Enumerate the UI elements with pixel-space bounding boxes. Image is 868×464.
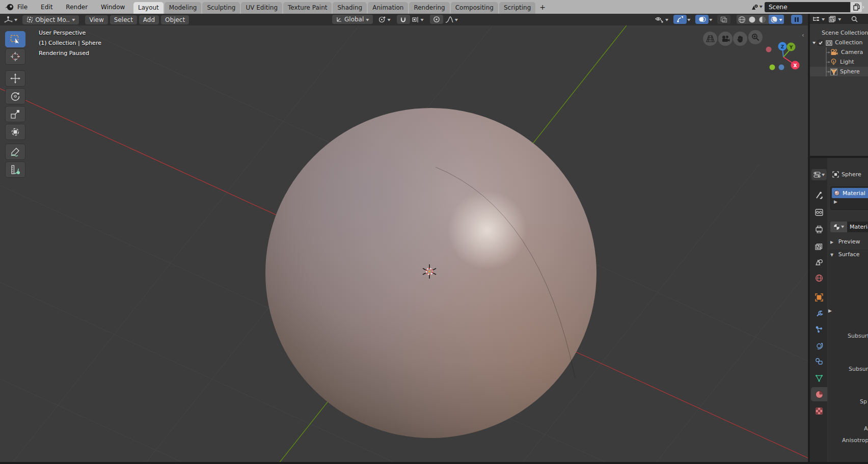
transform-icon [10,127,20,137]
axis-y-neg-ball[interactable] [770,65,775,70]
proportional-falloff-dropdown[interactable]: ▼ [445,16,458,23]
tab-layout[interactable]: Layout [133,2,164,14]
tool-cursor[interactable] [5,48,25,65]
tab-particles[interactable] [811,322,827,337]
tab-view-layer[interactable] [811,239,827,253]
expanded-arrow-icon: ▼ [830,253,833,257]
menu-file[interactable]: File [17,4,28,11]
slot-expand-arrow[interactable]: ▶ [834,199,837,204]
unlink-scene-button[interactable]: › [862,2,868,12]
scene-datablock-icon[interactable]: ▼ [748,2,765,12]
object-visibility-dropdown[interactable]: ▼ [655,16,668,23]
menu-render[interactable]: Render [66,4,88,11]
tool-measure[interactable] [5,161,25,178]
axis-gizmo[interactable]: Z Y X [763,35,806,75]
toggle-perspective-button[interactable] [703,32,717,46]
pan-view-button[interactable] [733,32,747,46]
socket-expand-arrow[interactable]: ▶ [828,308,832,313]
tab-object[interactable] [811,290,827,305]
pause-render-button[interactable] [791,15,802,24]
menu-edit[interactable]: Edit [41,4,52,11]
material-name-field[interactable]: Material [847,222,868,232]
outliner-row-camera[interactable]: Camera [810,47,868,57]
object-menu[interactable]: Object [161,15,189,24]
browse-material-button[interactable]: ▼ [830,222,847,232]
show-gizmo-toggle[interactable] [673,15,687,24]
pivot-point-dropdown[interactable]: ▼ [378,16,390,23]
viewport-3d[interactable]: User Perspective (1) Collection | Sphere… [0,25,809,464]
checkbox-checked-icon[interactable] [818,40,824,46]
perspective-grid-icon [706,35,715,43]
tab-constraints[interactable] [811,354,827,369]
tool-rotate[interactable] [5,88,25,104]
xray-toggle[interactable] [717,15,730,24]
axis-x-neg-ball[interactable] [766,47,772,52]
scale-icon [10,109,20,119]
surface-label-subsurface-2: Subsur [849,366,868,372]
properties-editor-type-button[interactable]: ▼ [811,169,827,180]
select-menu[interactable]: Select [110,15,137,24]
tab-physics[interactable] [811,339,827,353]
tab-modifiers[interactable] [811,307,827,321]
outliner-row-light[interactable]: Light [810,57,868,67]
shading-material-button[interactable] [758,16,766,23]
overlays-dropdown[interactable]: ▼ [709,17,712,21]
tab-uv-editing[interactable]: UV Editing [241,2,282,14]
blender-logo-icon[interactable] [5,3,14,11]
axis-z-neg-ball[interactable] [779,65,784,70]
tab-compositing[interactable]: Compositing [451,2,498,14]
new-scene-button[interactable] [850,2,862,12]
camera-view-button[interactable] [718,32,733,46]
outliner-row-scene-collection[interactable]: Scene Collection [810,28,868,38]
tab-world[interactable] [811,271,827,285]
tool-move[interactable] [5,70,25,87]
shading-rendered-button[interactable]: ▼ [769,15,783,24]
zoom-view-button[interactable] [748,30,763,44]
editor-type-button[interactable]: ▼ [4,16,17,23]
outliner-row-sphere[interactable]: Sphere [810,67,868,76]
tab-render[interactable] [811,205,827,220]
collapse-region-arrow[interactable]: ‹ [802,32,804,39]
mode-dropdown[interactable]: Object Mo.. ▼ [22,15,79,24]
tab-modeling[interactable]: Modeling [165,2,202,14]
snap-target-dropdown[interactable]: ▼ [412,16,424,23]
panel-preview-header[interactable]: ▶ Preview [830,238,860,245]
tool-transform[interactable] [5,124,25,140]
transform-orientation-dropdown[interactable]: Global ▼ [332,15,373,24]
tab-shading[interactable]: Shading [333,2,367,14]
tab-sculpting[interactable]: Sculpting [202,2,240,14]
material-slot-selected[interactable]: Material [832,188,868,198]
scene-name-field[interactable]: Scene [765,2,850,12]
tool-select-box[interactable] [5,31,25,47]
expand-arrow-icon[interactable]: ▼ [812,41,816,44]
tab-material[interactable] [811,387,827,401]
outliner-display-mode-dropdown[interactable]: ▼ [829,15,841,22]
outliner-search-icon[interactable] [851,16,858,22]
tab-tool[interactable] [811,188,827,203]
panel-surface-header[interactable]: ▼ Surface [830,251,860,258]
tab-rendering[interactable]: Rendering [409,2,449,14]
tab-animation[interactable]: Animation [368,2,408,14]
tab-object-data[interactable] [811,371,827,385]
shading-solid-button[interactable] [748,16,756,23]
tab-scripting[interactable]: Scripting [499,2,535,14]
view-menu[interactable]: View [85,15,107,24]
shading-wireframe-button[interactable] [738,16,746,23]
proportional-editing-toggle[interactable] [430,15,443,24]
render-tab-icon [815,209,823,216]
menu-window[interactable]: Window [101,4,125,11]
show-overlays-toggle[interactable] [695,15,709,24]
gizmo-dropdown[interactable]: ▼ [687,17,690,21]
tab-texture[interactable] [811,404,827,418]
add-menu[interactable]: Add [139,15,159,24]
tab-texture-paint[interactable]: Texture Paint [283,2,332,14]
tool-scale[interactable] [5,106,25,122]
outliner-filter-dropdown[interactable]: ▼ [812,16,825,22]
outliner-row-collection[interactable]: ▼ Collection [810,38,868,47]
tab-scene[interactable] [811,255,827,269]
snap-toggle[interactable] [397,15,410,24]
breadcrumb-object-name[interactable]: Sphere [842,171,861,178]
tool-annotate[interactable] [5,144,25,160]
tab-output[interactable] [811,222,827,236]
add-workspace-button[interactable]: + [536,2,549,14]
